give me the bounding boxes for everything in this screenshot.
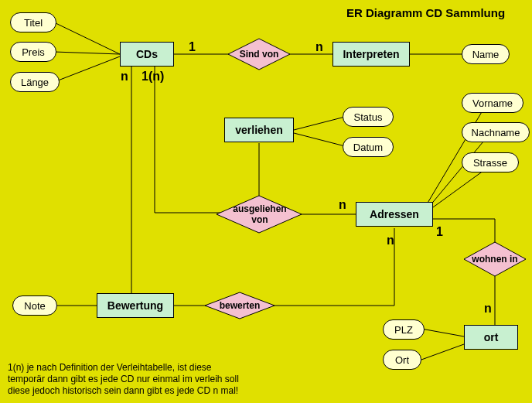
entity-cds: CDs — [120, 42, 174, 67]
card-adressen-bewerten: n — [387, 234, 394, 248]
card-ort-wohnen: n — [484, 302, 492, 316]
attr-ort: Ort — [383, 350, 421, 370]
entity-bewertung: Bewertung — [97, 293, 174, 318]
svg-marker-27 — [217, 196, 302, 233]
attr-nachname: Nachname — [462, 122, 530, 142]
svg-line-25 — [421, 344, 464, 360]
card-cds-sindvon: 1 — [189, 40, 196, 54]
svg-line-24 — [421, 329, 464, 336]
entity-adressen: Adressen — [356, 202, 433, 227]
svg-marker-28 — [205, 292, 275, 319]
entity-ort: ort — [464, 325, 518, 350]
svg-marker-29 — [464, 242, 526, 276]
card-cds-bewerten: n — [121, 70, 128, 84]
er-diagram: ER Diagramm CD Sammlung CDs Interpreten … — [0, 0, 532, 403]
attr-strasse: Strasse — [462, 152, 519, 172]
attr-plz: PLZ — [383, 319, 425, 340]
diagram-title: ER Diagramm CD Sammlung — [346, 6, 505, 19]
card-interpreten-sindvon: n — [315, 40, 323, 54]
svg-line-11 — [294, 133, 348, 147]
svg-line-0 — [54, 22, 120, 54]
svg-line-10 — [294, 116, 348, 130]
entity-verliehen: verliehen — [224, 118, 294, 142]
footnote: 1(n) je nach Definition der Verleihtabel… — [8, 362, 239, 397]
attr-titel: Titel — [10, 12, 56, 32]
attr-status: Status — [343, 107, 394, 127]
svg-line-2 — [54, 56, 120, 82]
attr-note: Note — [12, 295, 57, 316]
card-cds-verliehen: 1(n) — [142, 70, 164, 84]
svg-marker-26 — [228, 39, 290, 70]
card-adressen-ausgeliehen: n — [339, 198, 346, 212]
attr-laenge: Länge — [10, 72, 60, 92]
attr-datum: Datum — [343, 137, 394, 157]
attr-preis: Preis — [10, 42, 56, 62]
entity-interpreten: Interpreten — [332, 42, 410, 67]
card-adressen-wohnen: 1 — [436, 225, 443, 239]
svg-line-1 — [54, 52, 120, 54]
attr-vorname: Vorname — [462, 93, 523, 113]
attr-name: Name — [462, 44, 510, 64]
